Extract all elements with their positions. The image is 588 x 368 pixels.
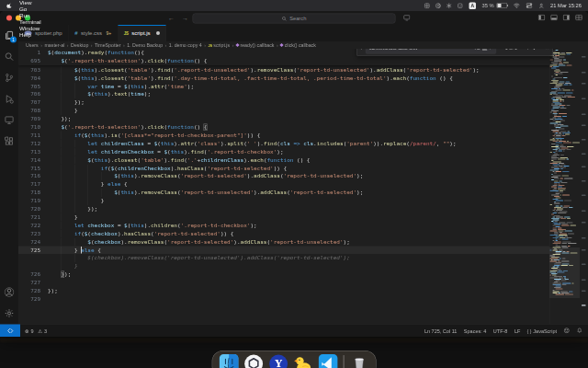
tab-script-js[interactable]: JSscript.js [118,25,166,41]
menu-window[interactable]: Window [16,25,48,31]
find-input[interactable]: screenshots-task-text Aa ab .* [366,49,496,53]
indentation[interactable]: Spaces: 4 [464,328,486,334]
notifications-bell-icon[interactable] [577,328,583,335]
apple-menu-icon[interactable] [6,2,16,9]
whole-word-toggle[interactable]: ab [482,49,487,51]
code-line[interactable]: 728}); [18,287,549,295]
code-line[interactable]: 707 }); [18,98,549,107]
menu-run[interactable]: Run [16,12,48,18]
remote-indicator[interactable] [0,325,20,338]
dock-duck-icon[interactable] [294,354,313,368]
code-line[interactable]: 713 let childrenCheckbox = $(this).find(… [18,147,549,155]
ghost-suggestion-line[interactable]: $(checkbox).removeClass('report-td-unsel… [18,254,549,262]
previous-match-button[interactable]: ↑ [526,49,529,52]
activity-search-icon[interactable] [0,46,18,67]
modified-dot-icon[interactable] [156,31,160,35]
code-line[interactable]: 727 [18,279,549,287]
code-line[interactable]: 716 $(this).removeClass('report-td-selec… [18,172,549,180]
menu-clock[interactable]: 21 Mar 15:26 [550,3,582,8]
activity-extensions-icon[interactable] [0,131,18,152]
code-line[interactable]: 706 $(this).text(time); [18,90,549,98]
wifi-icon[interactable] [514,3,521,8]
close-window-button[interactable] [6,16,12,21]
code-line[interactable]: 721 } [18,213,549,222]
code-line[interactable]: 714 $(this).closest('table').find('.'+ch… [18,155,549,164]
feedback-smiley-icon[interactable] [564,328,571,335]
activity-run-and-debug-icon[interactable] [0,88,18,109]
breadcrumb-item[interactable]: click() callback [280,42,316,48]
menu-extra-3-icon[interactable] [447,3,453,9]
activity-accounts-icon[interactable] [0,282,18,303]
code-lines[interactable]: 703 $(this).closest('table').find('.repo… [18,66,549,304]
menu-extra-2-icon[interactable] [435,3,442,9]
code-line[interactable]: 720 }); [18,205,549,213]
menu-extra-4-icon[interactable] [458,3,464,9]
code-line[interactable]: 709 }); [18,115,549,123]
code-line[interactable]: 712 let childrenClass = $(this).attr('cl… [18,140,549,148]
breadcrumb-item[interactable]: Desktop [71,42,88,48]
forward-button[interactable]: → [182,15,188,22]
overview-ruler[interactable] [580,49,588,324]
code-line[interactable]: 724 $(checkbox).removeClass('report-td-s… [18,237,549,246]
code-line[interactable]: 723 if($(checkbox).hasClass('report-td-s… [18,229,549,237]
activity-source-control-icon[interactable] [0,67,18,88]
dock-yandex-browser-icon[interactable]: Y [269,354,288,368]
breadcrumb-item[interactable]: 1. demo copy 4 [169,42,202,48]
code-line[interactable]: 710 $('.report-td-selection').click(func… [18,123,549,132]
ghost-suggestion-line[interactable]: } [18,262,549,270]
problems-indicator[interactable]: ⊗ 9 ⚠ 3 [25,328,47,334]
breadcrumb-item[interactable]: master-al [44,42,64,48]
next-match-button[interactable]: ↓ [533,49,536,52]
breadcrumb-item[interactable]: ready() callback [236,42,275,48]
code-line[interactable]: 725 } else { [18,246,549,254]
code-line[interactable]: 705 var time = $(this).attr('time'); [18,82,549,90]
breadcrumb[interactable]: Users›master-al›Desktop›TimeSpotter›1. D… [18,41,588,49]
encoding[interactable]: UTF-8 [493,328,508,334]
breadcrumb-item[interactable]: 1. Demo Backup [127,42,163,48]
panel-left-icon[interactable] [538,15,546,23]
breadcrumb-item[interactable]: Users [26,42,39,48]
code-editor[interactable]: 1$(document).ready(function(){695 $('.re… [18,49,588,324]
code-line[interactable]: 703 $(this).closest('table').find('.repo… [18,66,549,75]
tab-style-css[interactable]: #style.css9+ [69,25,119,41]
input-source-icon[interactable]: A [469,2,477,9]
language-mode[interactable]: { } JavaScript [527,328,557,334]
cursor-position[interactable]: Ln 725, Col 11 [424,328,457,334]
code-line[interactable]: 718 $(this).removeClass('report-td-unsel… [18,189,549,197]
match-case-toggle[interactable]: Aa [475,49,481,51]
battery-indicator[interactable]: 35 % [482,3,508,8]
minimap-viewport[interactable] [549,247,580,298]
user-icon[interactable] [538,3,545,9]
layout-customize-icon[interactable] [575,15,582,23]
breadcrumb-item[interactable]: JSscript.js [208,42,230,48]
dock-vscode-icon[interactable] [319,354,338,368]
toggle-replace-chevron[interactable]: › [361,49,363,51]
code-line[interactable]: 719 } [18,197,549,205]
activity-remote-explorer-icon[interactable] [0,109,18,131]
eol-sequence[interactable]: LF [514,328,520,334]
back-button[interactable]: ← [168,15,175,22]
screencast-icon[interactable] [403,15,411,24]
code-line[interactable]: 722 let checkbox = $(this).children('.re… [18,222,549,230]
control-center-icon[interactable] [526,3,533,8]
code-line[interactable]: 708 } [18,107,549,115]
panel-right-icon[interactable] [563,15,571,23]
panel-bottom-icon[interactable] [550,15,558,23]
menu-terminal[interactable]: Terminal [16,18,48,25]
activity-manage-icon[interactable] [0,303,18,324]
menu-extra-1-icon[interactable] [424,3,431,9]
dock-finder-icon[interactable] [220,354,239,368]
code-line[interactable]: 729 [18,295,549,304]
code-line[interactable]: 715 if($(childrenCheckbox).hasClass('rep… [18,164,549,172]
code-line[interactable]: 695 $('.report-th-selection').click(func… [18,57,549,65]
code-line[interactable]: 704 $(this).closest('table').find('.day-… [18,74,549,82]
code-line[interactable]: 717 } else { [18,180,549,189]
dock-chatgpt-icon[interactable] [244,354,264,368]
regex-toggle[interactable]: .* [490,49,492,51]
command-center-search[interactable]: Search [193,14,396,24]
menu-help[interactable]: Help [16,31,48,38]
code-line[interactable]: 726 }); [18,270,549,279]
close-find-button[interactable]: × [546,49,549,52]
find-in-selection-button[interactable]: ≡ [538,49,542,52]
breadcrumb-item[interactable]: TimeSpotter [95,42,120,48]
